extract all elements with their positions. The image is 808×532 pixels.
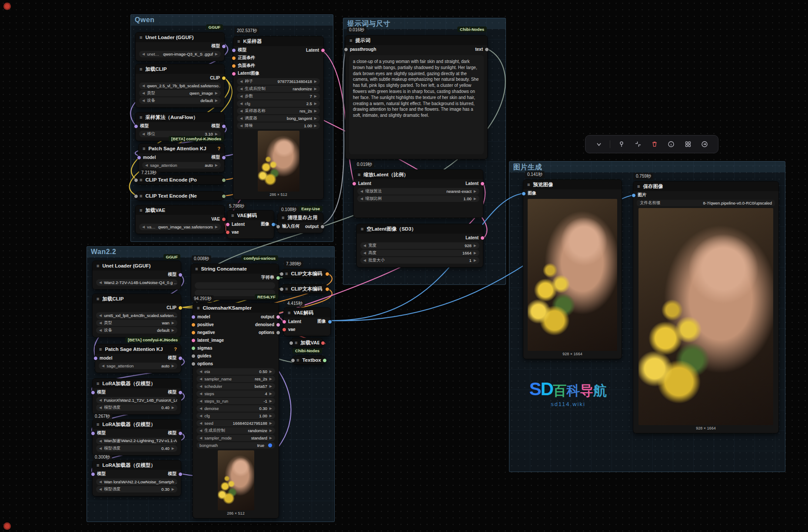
widget-宽度[interactable]: ◀宽度928▶: [360, 242, 479, 249]
selection-toolbar[interactable]: [585, 135, 718, 153]
widget-文件名前缀[interactable]: 文件名前缀8-7/qwen.pipeline-v0.0-RC0/upscaled: [637, 200, 775, 206]
node-loadClipWan[interactable]: ≡加载CLIPCLIP◀umt5_xxl_fp8_e4m3fn_scaled.s…: [92, 294, 181, 337]
node-header[interactable]: ≡保存图像: [633, 182, 778, 191]
input-port[interactable]: [276, 225, 280, 229]
node-header[interactable]: ≡LoRA加载器（仅模型）: [93, 420, 181, 429]
widget-sampler_name[interactable]: ◀sampler_nameres_2s▶: [196, 376, 275, 382]
combo-left-arrow[interactable]: ◀: [200, 377, 202, 381]
node-header[interactable]: ≡Unet Loader (GGUF): [136, 33, 224, 42]
menu-icon[interactable]: ≡: [140, 66, 142, 72]
node-clipTeNe[interactable]: ≡CLIP Text Encode (Ne: [135, 191, 225, 201]
combo-left-arrow[interactable]: ◀: [200, 421, 202, 425]
menu-icon[interactable]: ≡: [237, 39, 240, 44]
combo-left-arrow[interactable]: ◀: [200, 392, 202, 396]
combo-right-arrow[interactable]: ▶: [215, 163, 218, 167]
combo-left-arrow[interactable]: ◀: [200, 436, 202, 440]
node-header[interactable]: ≡LoRA加载器（仅模型）: [93, 460, 181, 470]
input-port[interactable]: [352, 182, 356, 186]
widget-combo[interactable]: ◀Wan lora\WAN2.2-LowNoise_Smartph …▶: [96, 479, 177, 485]
input-port[interactable]: [232, 56, 236, 60]
widget-sage_attention[interactable]: ◀sage_attentionauto▶: [142, 162, 221, 169]
menu-icon[interactable]: ≡: [349, 38, 352, 43]
combo-right-arrow[interactable]: ▶: [314, 102, 317, 106]
combo-left-arrow[interactable]: ◀: [99, 406, 102, 410]
combo-left-arrow[interactable]: ◀: [360, 197, 363, 201]
output-port[interactable]: [320, 225, 325, 229]
input-port[interactable]: [191, 330, 196, 335]
menu-icon[interactable]: ≡: [140, 193, 142, 198]
combo-left-arrow[interactable]: ◀: [99, 398, 102, 402]
node-header[interactable]: ≡加载VAE: [136, 205, 224, 215]
menu-icon[interactable]: ≡: [637, 184, 640, 189]
output-port[interactable]: [222, 44, 226, 49]
menu-icon[interactable]: ≡: [358, 172, 360, 177]
input-port[interactable]: [91, 431, 95, 436]
node-clipEnc1[interactable]: ≡CLIP文本编码: [281, 269, 328, 278]
group-qwen-header[interactable]: [131, 15, 333, 26]
combo-right-arrow[interactable]: ▶: [269, 377, 272, 381]
input-port[interactable]: [632, 193, 636, 198]
combo-right-arrow[interactable]: ▶: [172, 446, 174, 450]
widget-combo[interactable]: ◀FusionX\Wan2.1_T2V_14B_FusionX_Lo …▶: [96, 397, 177, 403]
combo-right-arrow[interactable]: ▶: [269, 406, 272, 410]
menu-icon[interactable]: ≡: [197, 305, 200, 311]
combo-right-arrow[interactable]: ▶: [314, 94, 317, 98]
combo-left-arrow[interactable]: ◀: [99, 314, 102, 317]
combo-right-arrow[interactable]: ▶: [314, 109, 317, 113]
combo-left-arrow[interactable]: ◀: [240, 79, 243, 83]
menu-dot-button-bottom[interactable]: [3, 522, 11, 530]
combo-right-arrow[interactable]: ▶: [474, 251, 476, 255]
widget-pill[interactable]: [195, 282, 275, 289]
node-header[interactable]: ≡VAE解码: [284, 308, 330, 317]
output-port[interactable]: [485, 47, 489, 52]
combo-right-arrow[interactable]: ▶: [269, 414, 272, 418]
widget-combo[interactable]: ◀Wan2.2-T2V-A14B-LowNoise-Q4_0.g …▶: [96, 279, 177, 286]
node-ksampler[interactable]: ≡K采样器模型Latent正面条件负面条件Latent图像◀种子97877361…: [233, 36, 324, 200]
input-port[interactable]: [226, 230, 230, 235]
widget-生成后控制[interactable]: ◀生成后控制randomize▶: [196, 427, 275, 434]
combo-right-arrow[interactable]: ▶: [474, 189, 476, 193]
widget-批量大小[interactable]: ◀批量大小1▶: [360, 257, 479, 264]
node-header[interactable]: ≡CLIP文本编码: [281, 284, 328, 293]
combo-right-arrow[interactable]: ▶: [474, 258, 476, 262]
node-header[interactable]: ≡缩放Latent（比例）: [354, 170, 483, 179]
combo-right-arrow[interactable]: ▶: [474, 244, 476, 248]
minimize-icon[interactable]: [632, 139, 644, 150]
menu-icon[interactable]: ≡: [96, 463, 99, 468]
input-port[interactable]: [191, 362, 196, 366]
widget-模型强度[interactable]: ◀模型强度0.40▶: [96, 445, 177, 452]
output-port[interactable]: [178, 431, 183, 436]
node-lora1[interactable]: ≡LoRA加载器（仅模型）模型模型◀FusionX\Wan2.1_T2V_14B…: [92, 378, 181, 415]
combo-left-arrow[interactable]: ◀: [142, 91, 145, 95]
output-port[interactable]: [328, 320, 332, 324]
widget-cfg[interactable]: ◀cfg2.5▶: [237, 100, 320, 107]
node-lora3[interactable]: ≡LoRA加载器（仅模型）模型模型◀Wan lora\WAN2.2-LowNoi…: [92, 460, 181, 496]
widget-设备[interactable]: ◀设备default▶: [139, 97, 221, 104]
pin-icon[interactable]: [616, 139, 627, 150]
combo-left-arrow[interactable]: ◀: [102, 364, 104, 368]
input-port[interactable]: [191, 346, 196, 350]
widget-steps_to_run[interactable]: ◀steps_to_run-1▶: [196, 398, 275, 404]
combo-left-arrow[interactable]: ◀: [363, 258, 366, 262]
widget-va …[interactable]: ◀va …qwen_image_vae.safetensors▶: [139, 224, 221, 230]
output-port[interactable]: [222, 124, 226, 129]
output-port[interactable]: [321, 48, 325, 53]
combo-left-arrow[interactable]: ◀: [240, 87, 243, 91]
input-port[interactable]: [282, 320, 286, 324]
output-port[interactable]: [222, 76, 226, 80]
combo-left-arrow[interactable]: ◀: [363, 251, 366, 255]
menu-icon[interactable]: ≡: [195, 266, 198, 271]
node-header[interactable]: ≡LoRA加载器（仅模型）: [93, 379, 181, 388]
node-latentScale[interactable]: ≡缩放Latent（比例）LatentLatent◀缩放算法nearest-ex…: [353, 169, 483, 218]
widget-sampler_mode[interactable]: ◀sampler_modestandard▶: [196, 435, 275, 441]
node-unetWan[interactable]: ≡Unet Loader (GGUF)模型◀Wan2.2-T2V-A14B-Lo…: [92, 261, 181, 290]
node-header[interactable]: ≡VAE解码: [227, 211, 274, 220]
input-port[interactable]: [91, 472, 95, 476]
combo-right-arrow[interactable]: ▶: [269, 436, 272, 440]
collapsed-input-dot[interactable]: [291, 358, 295, 363]
combo-left-arrow[interactable]: ◀: [145, 163, 148, 167]
combo-right-arrow[interactable]: ▶: [314, 87, 317, 91]
group-wan-title[interactable]: Wan2.2: [91, 248, 116, 256]
input-port[interactable]: [191, 338, 196, 343]
node-patchSageQwen[interactable]: ≡Patch Sage Attention KJ?model模型◀sage_at…: [138, 143, 225, 172]
